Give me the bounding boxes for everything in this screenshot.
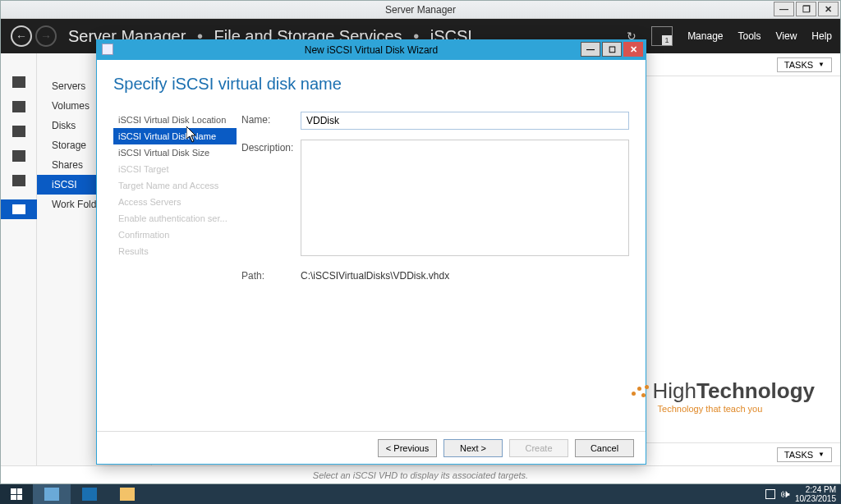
wizard-maximize-button[interactable]: ☐ [602, 42, 622, 57]
wizard-minimize-button[interactable]: — [581, 42, 600, 57]
wizard-title-icon [102, 44, 113, 55]
wizard-form: Name: Description: Path: C:\iSCSIVirtual… [237, 112, 629, 419]
back-button[interactable]: ← [11, 25, 32, 47]
step-targetname: Target Name and Access [113, 177, 237, 194]
description-input[interactable] [301, 140, 629, 256]
menu-help[interactable]: Help [811, 30, 832, 42]
step-confirm: Confirmation [113, 227, 237, 243]
name-input[interactable] [301, 112, 629, 130]
create-button: Create [509, 439, 568, 457]
rail-all-icon[interactable] [12, 126, 25, 137]
next-button[interactable]: Next > [443, 439, 503, 457]
tray-time: 2:24 PM [795, 485, 836, 494]
tasks-bottom-button[interactable]: TASKS▼ [777, 447, 832, 462]
minimize-button[interactable]: — [774, 2, 794, 16]
wizard-steps: iSCSI Virtual Disk Location iSCSI Virtua… [113, 112, 237, 419]
rail-local-icon[interactable] [12, 101, 25, 112]
menu-tools[interactable]: Tools [738, 30, 761, 42]
app-titlebar: Server Manager — ❐ ✕ [1, 1, 840, 19]
taskbar-powershell[interactable] [71, 484, 108, 504]
maximize-button[interactable]: ❐ [796, 2, 816, 16]
watermark: HighTechnology Technology that teach you [632, 378, 815, 414]
rail-dashboard-icon[interactable] [12, 76, 25, 88]
tasks-top-label: TASKS [784, 60, 813, 70]
tray-date: 10/23/2015 [795, 494, 836, 503]
windows-logo-icon [11, 488, 22, 500]
step-location[interactable]: iSCSI Virtual Disk Location [113, 112, 237, 128]
notifications-button[interactable]: 1 [651, 26, 673, 46]
path-label: Path: [241, 268, 301, 282]
iscsi-wizard-dialog: New iSCSI Virtual Disk Wizard — ☐ Specif… [96, 39, 646, 465]
status-hint: Select an iSCSI VHD to display its assoc… [313, 470, 528, 480]
wizard-close-button[interactable] [623, 42, 643, 57]
step-size[interactable]: iSCSI Virtual Disk Size [113, 144, 237, 161]
taskbar-server-manager[interactable] [33, 484, 71, 504]
close-button[interactable]: ✕ [818, 2, 839, 16]
status-bar: Select an iSCSI VHD to display its assoc… [1, 465, 840, 483]
watermark-brand-a: High [653, 378, 696, 403]
notification-count: 1 [662, 35, 672, 45]
watermark-logo-icon [632, 383, 650, 401]
step-auth: Enable authentication ser... [113, 210, 237, 227]
previous-button[interactable]: < Previous [378, 439, 437, 457]
menu-manage[interactable]: Manage [687, 30, 723, 42]
taskbar-explorer[interactable] [108, 484, 146, 504]
tray-clock[interactable]: 2:24 PM 10/23/2015 [795, 485, 836, 503]
forward-button[interactable]: → [35, 25, 57, 47]
step-access: Access Servers [113, 194, 237, 210]
icon-rail [1, 53, 37, 465]
rail-storage-icon[interactable] [1, 199, 37, 219]
step-target: iSCSI Target [113, 161, 237, 177]
watermark-brand-b: Technology [696, 378, 815, 403]
menu-view[interactable]: View [776, 30, 797, 42]
tray-sound-icon[interactable]: 🕪 [780, 488, 790, 500]
tray-flag-icon[interactable] [765, 489, 775, 499]
watermark-tagline: Technology that teach you [658, 404, 815, 414]
rail-item-icon[interactable] [12, 150, 25, 162]
wizard-titlebar[interactable]: New iSCSI Virtual Disk Wizard — ☐ [97, 40, 646, 60]
wizard-button-row: < Previous Next > Create Cancel [97, 431, 646, 464]
app-title: Server Manager [385, 4, 456, 16]
tasks-top-button[interactable]: TASKS▼ [777, 57, 832, 72]
system-tray[interactable]: 🕪 2:24 PM 10/23/2015 [765, 484, 836, 504]
wizard-heading: Specify iSCSI virtual disk name [113, 75, 629, 94]
cancel-button[interactable]: Cancel [575, 439, 634, 457]
path-value: C:\iSCSIVirtualDisks\VDDisk.vhdx [301, 268, 629, 282]
tasks-bottom-label: TASKS [784, 450, 813, 460]
name-label: Name: [241, 112, 301, 130]
taskbar: 🕪 2:24 PM 10/23/2015 [0, 484, 841, 504]
wizard-title: New iSCSI Virtual Disk Wizard [305, 44, 438, 56]
step-name[interactable]: iSCSI Virtual Disk Name [113, 128, 237, 144]
start-button[interactable] [0, 484, 33, 504]
description-label: Description: [241, 140, 301, 256]
step-results: Results [113, 243, 237, 259]
rail-item2-icon[interactable] [12, 175, 25, 186]
